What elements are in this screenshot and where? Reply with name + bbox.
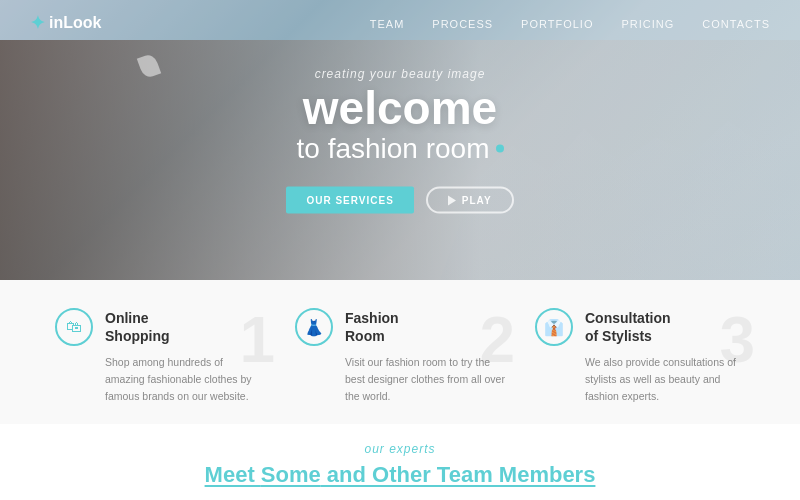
our-services-button[interactable]: OUR SERVICES xyxy=(286,187,413,214)
logo[interactable]: ✦ inLook xyxy=(30,12,101,34)
logo-text: inLook xyxy=(49,14,101,32)
feature-desc-1: Visit our fashion room to try the best d… xyxy=(295,354,505,404)
nav-links: TEAMPROCESSPORTFOLIOPRICINGCONTACTS xyxy=(370,14,770,32)
feature-item-0: 🛍OnlineShoppingShop among hundreds of am… xyxy=(55,308,265,404)
feature-icon-2: 👔 xyxy=(535,308,573,346)
nav-link-contacts[interactable]: CONTACTS xyxy=(702,18,770,30)
experts-title-suffix: and Other Team Members xyxy=(321,462,596,487)
feature-title-2: Consultationof Stylists xyxy=(585,309,671,345)
nav-link-portfolio[interactable]: PORTFOLIO xyxy=(521,18,593,30)
feature-desc-0: Shop among hundreds of amazing fashionab… xyxy=(55,354,265,404)
logo-icon: ✦ xyxy=(30,12,45,34)
feature-header-1: 👗FashionRoom xyxy=(295,308,399,346)
navbar: ✦ inLook TEAMPROCESSPORTFOLIOPRICINGCONT… xyxy=(0,0,800,46)
feature-header-0: 🛍OnlineShopping xyxy=(55,308,170,346)
experts-title-accent: Some xyxy=(261,462,321,487)
feature-desc-2: We also provide consultations of stylist… xyxy=(535,354,745,404)
feature-item-1: 👗FashionRoomVisit our fashion room to tr… xyxy=(295,308,505,404)
experts-subtitle: our experts xyxy=(30,442,770,456)
hero-content: creating your beauty image welcome to fa… xyxy=(230,67,570,214)
nav-link-process[interactable]: PROCESS xyxy=(432,18,493,30)
feature-item-2: 👔Consultationof StylistsWe also provide … xyxy=(535,308,745,404)
hero-title-sub: to fashion room xyxy=(230,133,570,165)
feature-title-1: FashionRoom xyxy=(345,309,399,345)
experts-section: our experts Meet Some and Other Team Mem… xyxy=(0,424,800,500)
hero-accent-dot xyxy=(496,145,504,153)
hero-title-main: welcome xyxy=(230,85,570,131)
feature-icon-0: 🛍 xyxy=(55,308,93,346)
experts-title: Meet Some and Other Team Members xyxy=(30,462,770,488)
hero-title-sub-text: to fashion room xyxy=(297,133,490,165)
feature-header-2: 👔Consultationof Stylists xyxy=(535,308,671,346)
feature-title-0: OnlineShopping xyxy=(105,309,170,345)
play-icon xyxy=(448,195,456,205)
play-button[interactable]: PLAY xyxy=(426,187,514,214)
play-label: PLAY xyxy=(462,195,492,206)
features-section: 🛍OnlineShoppingShop among hundreds of am… xyxy=(0,280,800,424)
hero-buttons: OUR SERVICES PLAY xyxy=(230,187,570,214)
hero-tagline: creating your beauty image xyxy=(230,67,570,81)
experts-title-prefix: Meet xyxy=(205,462,261,487)
feature-icon-1: 👗 xyxy=(295,308,333,346)
nav-link-team[interactable]: TEAM xyxy=(370,18,405,30)
nav-link-pricing[interactable]: PRICING xyxy=(621,18,674,30)
